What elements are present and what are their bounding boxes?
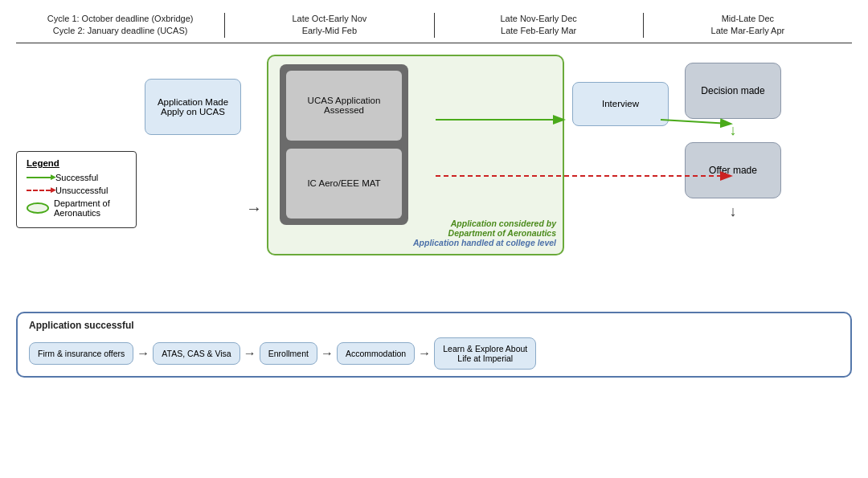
decision-to-offer-arrow-icon: ↓ (730, 122, 737, 139)
timeline-col-3: Late Nov-Early Dec Late Feb-Early Mar (434, 13, 643, 38)
legend-successful: Successful (27, 173, 126, 182)
ic-aero-label: IC Aero/EEE MAT (307, 178, 380, 188)
flow-box-3: Enrollment (260, 342, 317, 365)
app-to-dept-arrow-icon: → (246, 199, 262, 218)
legend-green-arrow-icon (27, 177, 51, 178)
bottom-title: Application successful (29, 320, 839, 331)
ic-aero-box: IC Aero/EEE MAT (286, 149, 402, 219)
timeline-col-3-line2: Late Feb-Early Mar (438, 25, 640, 37)
offer-label: Offer made (709, 165, 757, 176)
timeline-col-4-line1: Mid-Late Dec (647, 13, 849, 25)
flow-arrow-3-icon: → (317, 346, 337, 361)
flow-arrow-4-icon: → (415, 346, 434, 361)
timeline-col-3-line1: Late Nov-Early Dec (438, 13, 640, 25)
ucas-assessed-box: UCAS Application Assessed (286, 71, 402, 141)
flow-box-5: Learn & Explore AboutLife at Imperial (434, 337, 536, 370)
flow-label-3: Enrollment (268, 349, 309, 358)
legend-unsuccessful-label: Unsuccessful (55, 186, 108, 195)
flow-box-4: Accommodation (337, 342, 415, 365)
legend-box: Legend Successful Unsuccessful Departmen… (16, 151, 137, 228)
flow-arrow-1-icon: → (133, 346, 153, 361)
timeline-header: Cycle 1: October deadline (Oxbridge) Cyc… (16, 6, 852, 43)
flow-label-5: Learn & Explore AboutLife at Imperial (443, 344, 527, 363)
flow-arrow-2-icon: → (240, 346, 260, 361)
decision-box: Decision made (685, 63, 781, 119)
legend-dept-label: Department ofAeronautics (54, 198, 110, 218)
bottom-section: Application successful Firm & insurance … (16, 312, 852, 378)
dept-container: UCAS Application Assessed IC Aero/EEE MA… (267, 55, 564, 255)
legend-title: Legend (27, 158, 126, 168)
legend-dept: Department ofAeronautics (27, 198, 126, 218)
ucas-assessed-label: UCAS Application Assessed (291, 96, 397, 115)
timeline-col-1-line1: Cycle 1: October deadline (Oxbridge) (19, 13, 221, 25)
flow-label-2: ATAS, CAS & Visa (162, 349, 231, 358)
legend-successful-label: Successful (55, 173, 98, 182)
timeline-col-2-line1: Late Oct-Early Nov (228, 13, 430, 25)
timeline-col-1: Cycle 1: October deadline (Oxbridge) Cyc… (16, 13, 224, 38)
decision-label: Decision made (701, 85, 764, 96)
flow-box-2: ATAS, CAS & Visa (153, 342, 240, 365)
flow-label-4: Accommodation (346, 349, 406, 358)
timeline-col-2: Late Oct-Early Nov Early-Mid Feb (224, 13, 433, 38)
interview-box: Interview (572, 82, 669, 126)
inner-dark-box: UCAS Application Assessed IC Aero/EEE MA… (280, 64, 408, 225)
dept-blue-label: Application handled at college level (413, 238, 556, 247)
dept-green-label: Application considered byDepartment of A… (413, 219, 556, 238)
legend-unsuccessful: Unsuccessful (27, 186, 126, 195)
interview-label: Interview (602, 99, 639, 108)
decision-area: Decision made ↓ Offer made ↓ (685, 55, 781, 310)
offer-box: Offer made (685, 142, 781, 198)
timeline-col-4-line2: Late Mar-Early Apr (647, 25, 849, 37)
flow-box-1: Firm & insurance offers (29, 342, 133, 365)
timeline-col-1-line2: Cycle 2: January deadline (UCAS) (19, 25, 221, 37)
flow-label-1: Firm & insurance offers (38, 349, 125, 358)
main-area: Legend Successful Unsuccessful Departmen… (0, 43, 868, 317)
bottom-flow: Firm & insurance offers → ATAS, CAS & Vi… (29, 337, 839, 370)
dept-labels: Application considered byDepartment of A… (413, 219, 556, 247)
offer-to-bottom-arrow-icon: ↓ (730, 203, 737, 220)
timeline-col-2-line2: Early-Mid Feb (228, 25, 430, 37)
legend-oval-icon (27, 202, 49, 214)
app-made-label: Application MadeApply on UCAS (158, 97, 228, 116)
legend-red-arrow-icon (27, 190, 51, 191)
timeline-col-4: Mid-Late Dec Late Mar-Early Apr (643, 13, 852, 38)
app-made-box: Application MadeApply on UCAS (145, 79, 241, 135)
